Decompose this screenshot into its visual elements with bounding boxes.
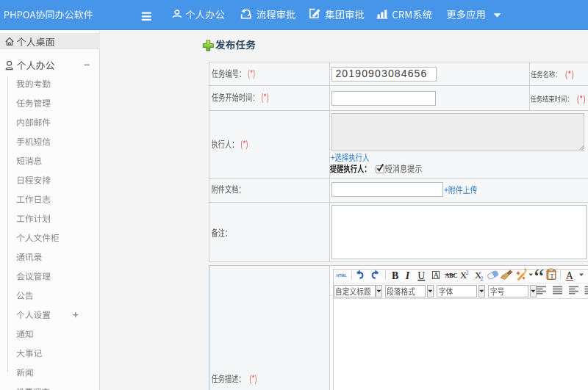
svg-text:ABC: ABC xyxy=(445,272,458,279)
svg-text:B: B xyxy=(392,270,398,281)
svg-text:HTML: HTML xyxy=(337,273,348,278)
svg-text:T: T xyxy=(550,272,554,280)
svg-text:20190903084656: 20190903084656 xyxy=(335,68,427,79)
svg-text:I: I xyxy=(405,270,410,281)
svg-text:A: A xyxy=(434,271,440,279)
svg-text:A: A xyxy=(566,270,574,281)
svg-text:U: U xyxy=(417,270,425,281)
svg-text:2: 2 xyxy=(481,275,484,282)
svg-text:2: 2 xyxy=(466,270,469,276)
